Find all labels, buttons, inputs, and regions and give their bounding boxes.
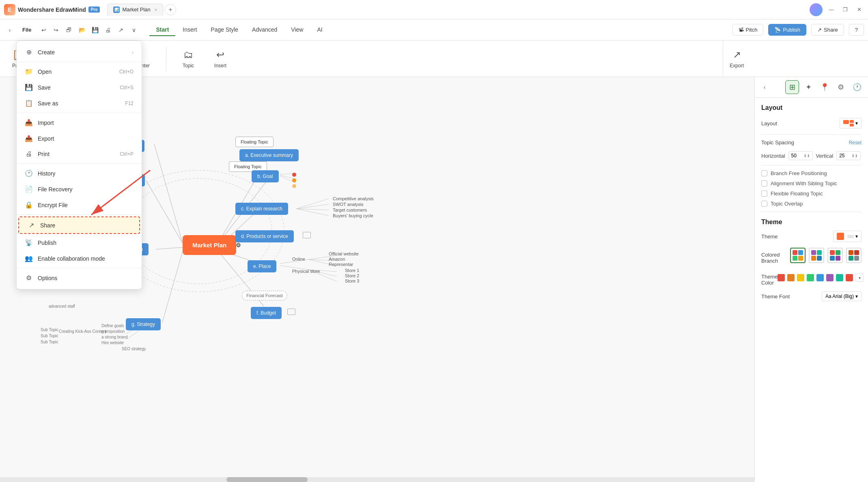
more-btn[interactable]: ∨ — [128, 24, 140, 36]
tab-page-style[interactable]: Page Style — [204, 24, 245, 36]
menu-share[interactable]: ↗ Share — [18, 216, 140, 234]
menu-print[interactable]: 🖨 Print Ctrl+P — [17, 146, 142, 162]
tab-ai[interactable]: AI — [310, 24, 329, 36]
menu-file-recovery[interactable]: 📄 File Recovery — [17, 181, 142, 197]
svg-line-11 — [296, 204, 329, 209]
insert-label: Insert — [214, 63, 226, 69]
flexible-checkbox[interactable] — [761, 191, 767, 197]
panel-tab-clock[interactable]: 🕐 — [850, 80, 864, 94]
color-swatch-2[interactable] — [787, 274, 795, 281]
reset-btn[interactable]: Reset — [849, 140, 862, 146]
open-btn[interactable]: 📂 — [76, 24, 88, 36]
branch-dot-11 — [830, 256, 835, 261]
canvas-scrollbar[interactable] — [0, 477, 754, 482]
horizontal-input[interactable]: 50 ⬆⬇ — [788, 151, 813, 160]
tab-close-btn[interactable]: × — [155, 7, 157, 12]
new-tab-btn[interactable]: + — [165, 4, 176, 15]
active-tab[interactable]: 📊 Market Plan × — [107, 4, 163, 16]
menu-options[interactable]: ⚙ Options — [17, 270, 142, 286]
node-d-products[interactable]: d. Products or service — [235, 230, 294, 242]
tab-view[interactable]: View — [284, 24, 310, 36]
alignment-checkbox[interactable] — [761, 180, 767, 186]
theme-select[interactable]: ▾ — [833, 231, 862, 242]
redo-btn[interactable]: ↪ — [50, 24, 62, 36]
tab-start[interactable]: Start — [149, 24, 175, 36]
back-btn[interactable]: ‹ — [4, 24, 15, 36]
new-window-btn[interactable]: 🗗 — [63, 24, 75, 36]
panel-tab-location[interactable]: 📍 — [818, 80, 831, 94]
menu-export[interactable]: 📤 Export — [17, 131, 142, 146]
branch-option-4[interactable] — [846, 248, 862, 263]
layout-select[interactable]: ▾ — [840, 118, 862, 129]
menu-save[interactable]: 💾 Save Ctrl+S — [17, 79, 142, 95]
topic-btn[interactable]: 🗂 Topic — [179, 47, 198, 71]
node-f-budget[interactable]: f. Budget — [251, 307, 282, 319]
help-btn[interactable]: ? — [849, 24, 864, 36]
panel-tabs: ‹ ⊞ ✦ 📍 ⚙ 🕐 — [755, 77, 868, 98]
branch-free-checkbox[interactable] — [761, 170, 767, 176]
color-swatch-1[interactable] — [778, 274, 785, 281]
menu-create[interactable]: ⊕ Create › — [17, 44, 142, 60]
menu-import[interactable]: 📥 Import — [17, 115, 142, 131]
scrollbar-thumb[interactable] — [226, 477, 308, 482]
branch-option-1[interactable] — [790, 248, 806, 263]
branch-option-3[interactable] — [827, 248, 843, 263]
tab-advanced[interactable]: Advanced — [246, 24, 284, 36]
file-menu-btn[interactable]: File — [17, 25, 37, 35]
close-btn[interactable]: ✕ — [854, 5, 864, 15]
panel-collapse-btn[interactable]: ‹ — [759, 81, 770, 93]
menu-divider-5 — [17, 268, 142, 268]
node-g-strategy[interactable]: g. Strategy — [126, 318, 161, 330]
vertical-input[interactable]: 25 ⬆⬇ — [836, 151, 861, 160]
pitch-btn[interactable]: 📽 Pitch — [732, 24, 764, 36]
menu-open[interactable]: 📁 Open Ctrl+O — [17, 64, 142, 79]
menu-encrypt[interactable]: 🔒 Encrypt File — [17, 197, 142, 213]
undo-btn[interactable]: ↩ — [38, 24, 50, 36]
color-swatch-8[interactable] — [846, 274, 853, 281]
theme-font-select[interactable]: Aa Arial (Big) ▾ — [822, 291, 862, 301]
menu-history[interactable]: 🕐 History — [17, 165, 142, 181]
maximize-btn[interactable]: ❐ — [840, 5, 850, 15]
central-node[interactable]: Market Plan ⚙ — [183, 235, 236, 255]
menu-collab[interactable]: 👥 Enable collaboration mode — [17, 251, 142, 266]
menu-save-as[interactable]: 📋 Save as F12 — [17, 95, 142, 111]
color-swatch-7[interactable] — [836, 274, 843, 281]
tab-insert[interactable]: Insert — [176, 24, 203, 36]
print-btn[interactable]: 🖨 — [102, 24, 114, 36]
vertical-stepper[interactable]: ⬆⬇ — [851, 154, 858, 158]
color-dropdown-btn[interactable]: ▾ — [855, 274, 864, 282]
layout-row: Layout ▾ — [761, 118, 862, 129]
insert-btn[interactable]: ↩ Insert — [210, 47, 230, 71]
node-a-exec[interactable]: a. Executive summary — [239, 149, 299, 161]
text-represent: Representar — [329, 262, 353, 267]
color-swatch-3[interactable] — [797, 274, 804, 281]
node-b-goal[interactable]: b. Goal — [252, 170, 279, 182]
color-swatch-4[interactable] — [807, 274, 814, 281]
layout-label: Layout — [761, 120, 777, 126]
node-e-place[interactable]: e. Place — [248, 260, 276, 272]
minimize-btn[interactable]: — — [827, 5, 836, 15]
branch-option-2[interactable] — [809, 248, 824, 263]
horizontal-stepper[interactable]: ⬆⬇ — [803, 154, 810, 158]
panel-tab-settings[interactable]: ⚙ — [834, 80, 848, 94]
overlap-checkbox[interactable] — [761, 201, 767, 207]
export-btn[interactable]: ↗ Export — [723, 41, 750, 77]
publish-btn[interactable]: 📡 Publish — [768, 24, 806, 36]
node-floating-1[interactable]: Floating Topic — [235, 137, 274, 147]
share-btn[interactable]: ↗ Share — [811, 24, 844, 36]
save-icon-btn[interactable]: 💾 — [89, 24, 101, 36]
text-hire: Hire website — [101, 341, 124, 345]
color-swatch-6[interactable] — [826, 274, 834, 281]
node-c-explain[interactable]: c. Explain research — [235, 203, 288, 215]
color-swatch-5[interactable] — [816, 274, 824, 281]
menu-publish[interactable]: 📡 Publish — [17, 235, 142, 251]
node-financial[interactable]: Financial Forecast — [242, 291, 287, 300]
import-label: Import — [38, 120, 54, 126]
panel-tab-layout[interactable]: ⊞ — [785, 80, 799, 94]
svg-line-0 — [154, 144, 183, 243]
share-quick-btn[interactable]: ↗ — [115, 24, 127, 36]
avatar[interactable] — [810, 3, 823, 16]
options-icon: ⚙ — [25, 274, 33, 282]
panel-tab-sparkle[interactable]: ✦ — [801, 80, 815, 94]
text-seo: SEO strategy — [122, 347, 146, 351]
